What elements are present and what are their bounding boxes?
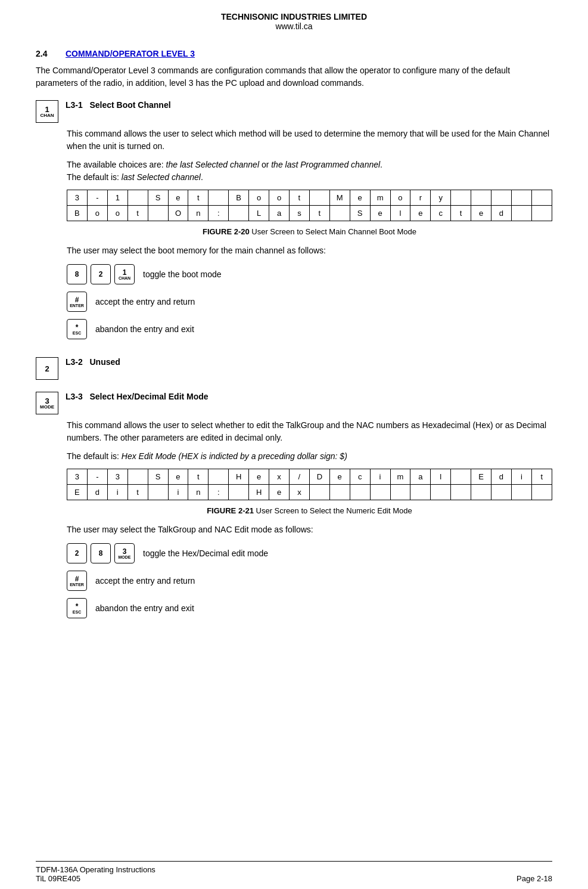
l3-1-figure-caption: FIGURE 2-20 User Screen to Select Main C… bbox=[67, 227, 552, 236]
l3-1-esc-row: * ESC abandon the entry and exit bbox=[67, 319, 552, 339]
l3-3-figure-caption: FIGURE 2-21 User Screen to Select the Nu… bbox=[67, 506, 552, 515]
l3-3-toggle-row: 2 8 3 MODE toggle the Hex/Decimal edit m… bbox=[67, 543, 552, 563]
page-header: TECHNISONIC INDUSTRIES LIMITED www.til.c… bbox=[36, 12, 552, 31]
btn-8-l33: 8 bbox=[91, 543, 111, 563]
l3-2-title: L3-2 Unused bbox=[66, 357, 120, 367]
section-intro: The Command/Operator Level 3 commands ar… bbox=[36, 64, 552, 89]
toggle-description: toggle the boot mode bbox=[143, 270, 222, 279]
esc-description-l33: abandon the entry and exit bbox=[95, 603, 194, 613]
btn-enter-l33: # ENTER bbox=[67, 571, 87, 591]
l3-1-icon-label: CHAN bbox=[40, 113, 54, 118]
l3-3-para1: This command allows the user to select w… bbox=[67, 419, 552, 444]
company-name: TECHNISONIC INDUSTRIES LIMITED bbox=[36, 12, 552, 21]
l3-3-icon: 3 MODE bbox=[36, 392, 58, 414]
l3-3-esc-row: * ESC abandon the entry and exit bbox=[67, 598, 552, 618]
l3-3-icon-label: MODE bbox=[40, 405, 54, 410]
l3-3-enter-row: # ENTER accept the entry and return bbox=[67, 571, 552, 591]
btn-esc: * ESC bbox=[67, 319, 87, 339]
section-24-heading: 2.4 COMMAND/OPERATOR LEVEL 3 bbox=[36, 49, 552, 58]
table-row: 3 - 3 S e t H e x / D e c i m bbox=[67, 469, 552, 485]
btn-1-chan: 1 CHAN bbox=[114, 264, 135, 284]
footer-doc-title: TDFM-136A Operating Instructions bbox=[36, 865, 155, 874]
table-row: B o o t O n : L a s t S e l bbox=[67, 206, 552, 221]
table-row: E d i t i n : H e x bbox=[67, 485, 552, 500]
l3-3-para2: The default is: Hex Edit Mode (HEX is in… bbox=[67, 450, 552, 463]
l3-1-toggle-row: 8 2 1 CHAN toggle the boot mode bbox=[67, 264, 552, 284]
footer-doc-id: TiL 09RE405 bbox=[36, 874, 155, 883]
section-number: 2.4 bbox=[36, 49, 66, 58]
l3-2-icon-num: 2 bbox=[45, 365, 49, 373]
l3-3-icon-num: 3 bbox=[45, 397, 49, 405]
l3-3-toggle-text: The user may select the TalkGroup and NA… bbox=[67, 524, 552, 536]
enter-description: accept the entry and return bbox=[95, 297, 195, 306]
toggle-description-l33: toggle the Hex/Decimal edit mode bbox=[143, 549, 268, 558]
l3-1-para2: The available choices are: the last Sele… bbox=[67, 159, 552, 184]
l3-1-table: 3 - 1 S e t B o o t M e m o bbox=[67, 190, 552, 221]
btn-2: 2 bbox=[91, 264, 111, 284]
table-row: 3 - 1 S e t B o o t M e m o bbox=[67, 190, 552, 206]
btn-esc-l33: * ESC bbox=[67, 598, 87, 618]
btn-3-mode: 3 MODE bbox=[114, 543, 135, 563]
btn-2-l33: 2 bbox=[67, 543, 87, 563]
page-footer: TDFM-136A Operating Instructions TiL 09R… bbox=[36, 861, 552, 883]
btn-8: 8 bbox=[67, 264, 87, 284]
enter-description-l33: accept the entry and return bbox=[95, 576, 195, 586]
l3-1-char-table: 3 - 1 S e t B o o t M e m o bbox=[67, 190, 552, 221]
l3-3-heading-row: 3 MODE L3-3 Select Hex/Decimal Edit Mode bbox=[36, 392, 552, 414]
l3-2-icon: 2 bbox=[36, 357, 58, 380]
l3-1-icon-num: 1 bbox=[45, 106, 49, 113]
footer-left: TDFM-136A Operating Instructions TiL 09R… bbox=[36, 865, 155, 883]
l3-1-boot-text: The user may select the boot memory for … bbox=[67, 244, 552, 257]
footer-page: Page 2-18 bbox=[517, 874, 552, 883]
btn-enter: # ENTER bbox=[67, 292, 87, 312]
l3-1-enter-row: # ENTER accept the entry and return bbox=[67, 292, 552, 312]
website: www.til.ca bbox=[36, 21, 552, 31]
l3-1-title: L3-1 Select Boot Channel bbox=[66, 100, 171, 110]
l3-1-heading-row: 1 CHAN L3-1 Select Boot Channel bbox=[36, 100, 552, 123]
l3-2-heading-row: 2 L3-2 Unused bbox=[36, 357, 552, 380]
l3-1-content: This command allows the user to select w… bbox=[67, 128, 552, 339]
esc-description: abandon the entry and exit bbox=[95, 324, 194, 334]
l3-1-para1: This command allows the user to select w… bbox=[67, 128, 552, 153]
l3-3-content: This command allows the user to select w… bbox=[67, 419, 552, 618]
l3-3-title: L3-3 Select Hex/Decimal Edit Mode bbox=[66, 392, 209, 401]
l3-1-icon: 1 CHAN bbox=[36, 100, 58, 123]
l3-3-table: 3 - 3 S e t H e x / D e c i m bbox=[67, 469, 552, 500]
section-title: COMMAND/OPERATOR LEVEL 3 bbox=[66, 49, 195, 58]
l3-3-char-table: 3 - 3 S e t H e x / D e c i m bbox=[67, 469, 552, 500]
